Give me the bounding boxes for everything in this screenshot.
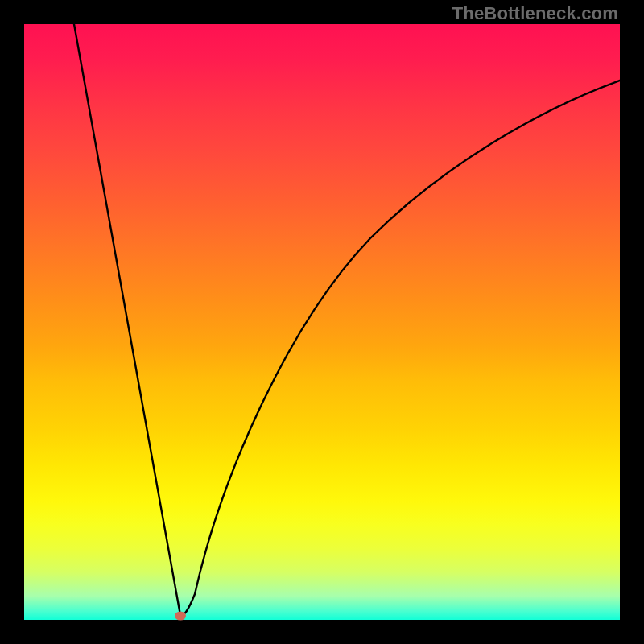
- curve-right-path: [180, 80, 620, 615]
- bottleneck-marker: [175, 612, 186, 621]
- curve-left-path: [74, 24, 180, 615]
- chart-frame: [24, 24, 620, 620]
- attribution-text: TheBottleneck.com: [452, 3, 618, 24]
- bottleneck-curve: [24, 24, 620, 620]
